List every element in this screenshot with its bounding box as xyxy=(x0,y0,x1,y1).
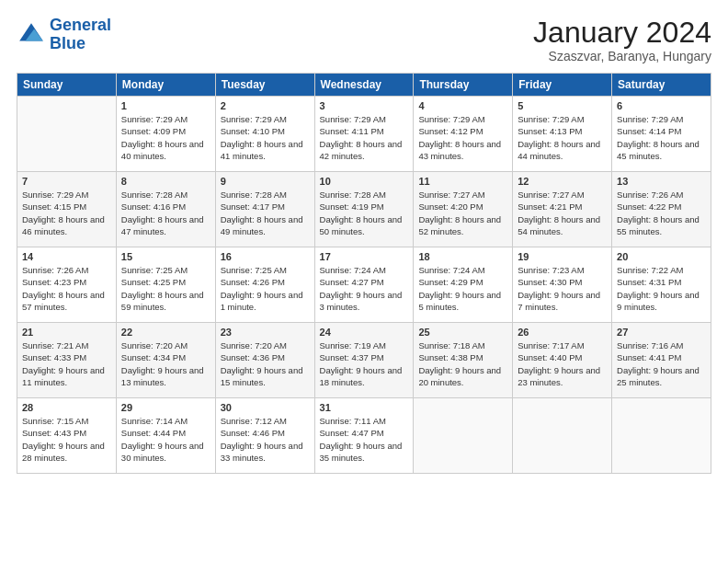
day-number: 10 xyxy=(320,176,409,187)
day-number: 8 xyxy=(121,176,210,187)
day-cell: 12 Sunrise: 7:27 AMSunset: 4:21 PMDaylig… xyxy=(513,172,612,247)
logo-text: General Blue xyxy=(50,17,111,53)
day-cell: 22 Sunrise: 7:20 AMSunset: 4:34 PMDaylig… xyxy=(116,323,215,398)
day-cell: 15 Sunrise: 7:25 AMSunset: 4:25 PMDaylig… xyxy=(116,247,215,323)
col-monday: Monday xyxy=(116,74,215,97)
day-number: 6 xyxy=(617,100,706,111)
day-cell: 25 Sunrise: 7:18 AMSunset: 4:38 PMDaylig… xyxy=(414,323,513,398)
day-number: 21 xyxy=(22,327,111,338)
day-info: Sunrise: 7:17 AMSunset: 4:40 PMDaylight:… xyxy=(518,339,607,388)
logo: General Blue xyxy=(17,17,111,53)
day-number: 17 xyxy=(320,251,409,262)
day-number: 23 xyxy=(221,327,310,338)
day-number: 19 xyxy=(518,251,607,262)
day-number: 9 xyxy=(221,176,310,187)
day-cell: 1 Sunrise: 7:29 AMSunset: 4:09 PMDayligh… xyxy=(116,97,215,172)
day-number: 1 xyxy=(121,100,210,111)
day-info: Sunrise: 7:19 AMSunset: 4:37 PMDaylight:… xyxy=(320,339,409,388)
logo-line1: General xyxy=(50,16,111,34)
day-cell: 7 Sunrise: 7:29 AMSunset: 4:15 PMDayligh… xyxy=(17,172,117,247)
day-number: 13 xyxy=(617,176,706,187)
day-info: Sunrise: 7:24 AMSunset: 4:27 PMDaylight:… xyxy=(320,264,409,313)
day-info: Sunrise: 7:22 AMSunset: 4:31 PMDaylight:… xyxy=(617,264,706,313)
day-info: Sunrise: 7:27 AMSunset: 4:21 PMDaylight:… xyxy=(518,189,607,237)
day-cell: 4 Sunrise: 7:29 AMSunset: 4:12 PMDayligh… xyxy=(414,97,513,172)
day-info: Sunrise: 7:15 AMSunset: 4:43 PMDaylight:… xyxy=(22,415,111,464)
day-cell: 26 Sunrise: 7:17 AMSunset: 4:40 PMDaylig… xyxy=(513,323,612,398)
day-cell: 10 Sunrise: 7:28 AMSunset: 4:19 PMDaylig… xyxy=(314,172,414,247)
day-number: 25 xyxy=(418,327,507,338)
day-number: 24 xyxy=(320,327,409,338)
day-cell: 16 Sunrise: 7:25 AMSunset: 4:26 PMDaylig… xyxy=(215,247,314,323)
day-info: Sunrise: 7:29 AMSunset: 4:13 PMDaylight:… xyxy=(518,113,607,162)
calendar-table: Sunday Monday Tuesday Wednesday Thursday… xyxy=(17,73,711,474)
day-number: 15 xyxy=(121,251,210,262)
day-info: Sunrise: 7:29 AMSunset: 4:14 PMDaylight:… xyxy=(617,113,706,162)
col-friday: Friday xyxy=(513,74,612,97)
day-info: Sunrise: 7:26 AMSunset: 4:23 PMDaylight:… xyxy=(22,264,111,313)
day-number: 18 xyxy=(418,251,507,262)
day-info: Sunrise: 7:25 AMSunset: 4:25 PMDaylight:… xyxy=(121,264,210,313)
col-thursday: Thursday xyxy=(414,74,513,97)
col-wednesday: Wednesday xyxy=(314,74,414,97)
day-cell xyxy=(17,97,117,172)
day-cell: 30 Sunrise: 7:12 AMSunset: 4:46 PMDaylig… xyxy=(215,398,314,474)
col-sunday: Sunday xyxy=(17,74,117,97)
day-info: Sunrise: 7:14 AMSunset: 4:44 PMDaylight:… xyxy=(121,415,210,464)
day-cell: 27 Sunrise: 7:16 AMSunset: 4:41 PMDaylig… xyxy=(612,323,711,398)
day-info: Sunrise: 7:16 AMSunset: 4:41 PMDaylight:… xyxy=(617,339,706,388)
day-info: Sunrise: 7:18 AMSunset: 4:38 PMDaylight:… xyxy=(418,339,507,388)
day-cell: 28 Sunrise: 7:15 AMSunset: 4:43 PMDaylig… xyxy=(17,398,117,474)
day-cell: 11 Sunrise: 7:27 AMSunset: 4:20 PMDaylig… xyxy=(414,172,513,247)
day-cell: 2 Sunrise: 7:29 AMSunset: 4:10 PMDayligh… xyxy=(215,97,314,172)
day-cell xyxy=(513,398,612,474)
week-row-1: 1 Sunrise: 7:29 AMSunset: 4:09 PMDayligh… xyxy=(17,97,711,172)
header: General Blue January 2024 Szaszvar, Bara… xyxy=(17,17,711,63)
day-number: 20 xyxy=(617,251,706,262)
col-tuesday: Tuesday xyxy=(215,74,314,97)
day-number: 29 xyxy=(121,402,210,413)
header-row: Sunday Monday Tuesday Wednesday Thursday… xyxy=(17,74,711,97)
day-number: 31 xyxy=(320,402,409,413)
day-info: Sunrise: 7:28 AMSunset: 4:17 PMDaylight:… xyxy=(221,189,310,237)
day-cell: 21 Sunrise: 7:21 AMSunset: 4:33 PMDaylig… xyxy=(17,323,117,398)
day-cell: 17 Sunrise: 7:24 AMSunset: 4:27 PMDaylig… xyxy=(314,247,414,323)
day-info: Sunrise: 7:23 AMSunset: 4:30 PMDaylight:… xyxy=(518,264,607,313)
day-number: 28 xyxy=(22,402,111,413)
day-cell: 3 Sunrise: 7:29 AMSunset: 4:11 PMDayligh… xyxy=(314,97,414,172)
day-number: 3 xyxy=(320,100,409,111)
month-title: January 2024 xyxy=(533,17,711,49)
day-info: Sunrise: 7:29 AMSunset: 4:12 PMDaylight:… xyxy=(418,113,507,162)
day-cell: 31 Sunrise: 7:11 AMSunset: 4:47 PMDaylig… xyxy=(314,398,414,474)
day-cell: 24 Sunrise: 7:19 AMSunset: 4:37 PMDaylig… xyxy=(314,323,414,398)
day-cell: 19 Sunrise: 7:23 AMSunset: 4:30 PMDaylig… xyxy=(513,247,612,323)
week-row-3: 14 Sunrise: 7:26 AMSunset: 4:23 PMDaylig… xyxy=(17,247,711,323)
day-cell: 23 Sunrise: 7:20 AMSunset: 4:36 PMDaylig… xyxy=(215,323,314,398)
day-info: Sunrise: 7:24 AMSunset: 4:29 PMDaylight:… xyxy=(418,264,507,313)
day-number: 14 xyxy=(22,251,111,262)
day-number: 5 xyxy=(518,100,607,111)
day-info: Sunrise: 7:29 AMSunset: 4:11 PMDaylight:… xyxy=(320,113,409,162)
day-cell: 14 Sunrise: 7:26 AMSunset: 4:23 PMDaylig… xyxy=(17,247,117,323)
day-cell: 8 Sunrise: 7:28 AMSunset: 4:16 PMDayligh… xyxy=(116,172,215,247)
day-number: 22 xyxy=(121,327,210,338)
day-info: Sunrise: 7:21 AMSunset: 4:33 PMDaylight:… xyxy=(22,339,111,388)
day-cell: 29 Sunrise: 7:14 AMSunset: 4:44 PMDaylig… xyxy=(116,398,215,474)
day-info: Sunrise: 7:29 AMSunset: 4:15 PMDaylight:… xyxy=(22,189,111,237)
logo-line2: Blue xyxy=(50,34,85,52)
day-number: 11 xyxy=(418,176,507,187)
day-info: Sunrise: 7:29 AMSunset: 4:09 PMDaylight:… xyxy=(121,113,210,162)
day-info: Sunrise: 7:26 AMSunset: 4:22 PMDaylight:… xyxy=(617,189,706,237)
week-row-5: 28 Sunrise: 7:15 AMSunset: 4:43 PMDaylig… xyxy=(17,398,711,474)
day-cell: 6 Sunrise: 7:29 AMSunset: 4:14 PMDayligh… xyxy=(612,97,711,172)
subtitle: Szaszvar, Baranya, Hungary xyxy=(533,49,711,63)
title-area: January 2024 Szaszvar, Baranya, Hungary xyxy=(533,17,711,63)
week-row-4: 21 Sunrise: 7:21 AMSunset: 4:33 PMDaylig… xyxy=(17,323,711,398)
day-cell: 5 Sunrise: 7:29 AMSunset: 4:13 PMDayligh… xyxy=(513,97,612,172)
week-row-2: 7 Sunrise: 7:29 AMSunset: 4:15 PMDayligh… xyxy=(17,172,711,247)
day-info: Sunrise: 7:29 AMSunset: 4:10 PMDaylight:… xyxy=(221,113,310,162)
day-cell xyxy=(414,398,513,474)
day-cell: 18 Sunrise: 7:24 AMSunset: 4:29 PMDaylig… xyxy=(414,247,513,323)
day-number: 2 xyxy=(221,100,310,111)
day-info: Sunrise: 7:27 AMSunset: 4:20 PMDaylight:… xyxy=(418,189,507,237)
